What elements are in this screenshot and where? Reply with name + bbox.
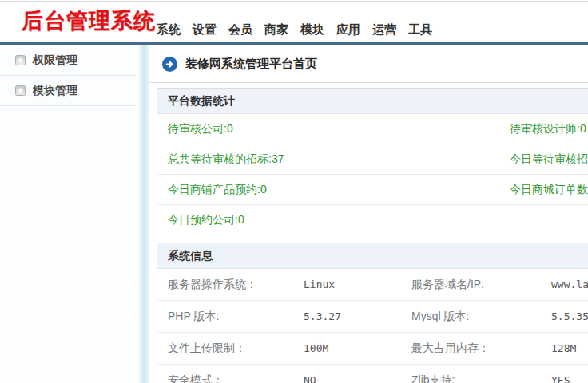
system-info-row: 安全模式： NO Zlib支持: YES <box>157 365 588 383</box>
page-title-bar: 装修网系统管理平台首页 <box>149 45 588 83</box>
system-info-panel: 系统信息 服务器操作系统： Linux 服务器域名/IP: www.laj PH… <box>157 243 588 383</box>
sidebar-item-label: 模块管理 <box>33 84 77 98</box>
stat-total-pending-bids: 总共等待审核的招标:37 <box>157 152 510 167</box>
nav-item-operations[interactable]: 运营 <box>372 22 396 38</box>
stats-panel-title: 平台数据统计 <box>157 89 588 114</box>
nav-item-system[interactable]: 系统 <box>157 22 181 38</box>
stat-row: 总共等待审核的招标:37 今日等待审核招标 <box>157 144 588 175</box>
info-value-php: 5.3.27 <box>304 310 411 322</box>
stats-panel: 平台数据统计 待审核公司:0 待审核设计师:0 总共等待审核的招标:37 今日等… <box>157 88 588 235</box>
sidebar-item-label: 权限管理 <box>33 53 77 68</box>
info-value-upload-limit: 100M <box>304 342 411 354</box>
info-value-zlib: YES <box>551 374 588 383</box>
expand-plus-icon[interactable] <box>15 55 26 65</box>
info-value-safe-mode: NO <box>304 374 411 383</box>
nav-item-modules[interactable]: 模块 <box>300 22 324 38</box>
nav-item-apps[interactable]: 应用 <box>336 22 360 38</box>
stat-today-mall-orders: 今日商城订单数:0 <box>510 183 588 197</box>
info-value-os: Linux <box>304 278 411 290</box>
sidebar-item-modules[interactable]: 模块管理 <box>0 76 137 106</box>
info-label-php: PHP 版本: <box>168 310 304 324</box>
info-value-mysql: 5.5.35. <box>551 310 588 322</box>
sidebar-splitter[interactable] <box>137 45 149 383</box>
info-label-mysql: Mysql 版本: <box>411 310 551 324</box>
stat-today-pending-bids: 今日等待审核招标 <box>510 152 588 167</box>
main-content: 装修网系统管理平台首页 平台数据统计 待审核公司:0 待审核设计师:0 总共等待… <box>149 45 588 383</box>
nav-item-merchants[interactable]: 商家 <box>264 22 288 38</box>
info-label-os: 服务器操作系统： <box>168 278 304 292</box>
system-info-row: 文件上传限制： 100M 最大占用内存： 128M <box>157 333 588 365</box>
info-label-safe-mode: 安全模式： <box>168 373 304 383</box>
sidebar-item-permissions[interactable]: 权限管理 <box>0 45 137 76</box>
stat-today-product-bookings: 今日商铺产品预约:0 <box>157 183 510 197</box>
system-panel-title: 系统信息 <box>157 243 588 269</box>
stat-today-company-bookings: 今日预约公司:0 <box>157 213 510 227</box>
info-label-max-memory: 最大占用内存： <box>411 342 551 356</box>
info-value-domain: www.laj <box>551 278 588 290</box>
top-divider <box>0 1 588 2</box>
top-header: 后台管理系统 系统 设置 会员 商家 模块 应用 运营 工具 <box>0 0 588 45</box>
stat-pending-companies: 待审核公司:0 <box>157 122 510 136</box>
expand-plus-icon[interactable] <box>15 85 26 96</box>
nav-item-tools[interactable]: 工具 <box>408 22 432 38</box>
stat-row: 待审核公司:0 待审核设计师:0 <box>157 114 588 144</box>
stat-row: 今日预约公司:0 <box>157 205 588 235</box>
stat-pending-designers: 待审核设计师:0 <box>510 122 588 136</box>
app-logo: 后台管理系统 <box>22 6 156 35</box>
right-arrow-circle-icon <box>162 57 177 72</box>
system-info-row: PHP 版本: 5.3.27 Mysql 版本: 5.5.35. <box>157 301 588 333</box>
main-nav: 系统 设置 会员 商家 模块 应用 运营 工具 <box>157 22 432 38</box>
admin-dashboard-screen: 后台管理系统 系统 设置 会员 商家 模块 应用 运营 工具 权限管理 <box>0 0 588 383</box>
info-label-zlib: Zlib支持: <box>411 373 551 383</box>
info-label-domain: 服务器域名/IP: <box>411 278 551 292</box>
nav-item-settings[interactable]: 设置 <box>193 22 217 38</box>
left-sidebar: 权限管理 模块管理 <box>0 45 137 383</box>
info-value-max-memory: 128M <box>551 342 588 354</box>
page-title: 装修网系统管理平台首页 <box>185 57 317 72</box>
stat-row: 今日商铺产品预约:0 今日商城订单数:0 <box>157 175 588 205</box>
info-label-upload-limit: 文件上传限制： <box>168 342 304 356</box>
nav-item-members[interactable]: 会员 <box>228 22 252 38</box>
system-info-row: 服务器操作系统： Linux 服务器域名/IP: www.laj <box>157 269 588 301</box>
